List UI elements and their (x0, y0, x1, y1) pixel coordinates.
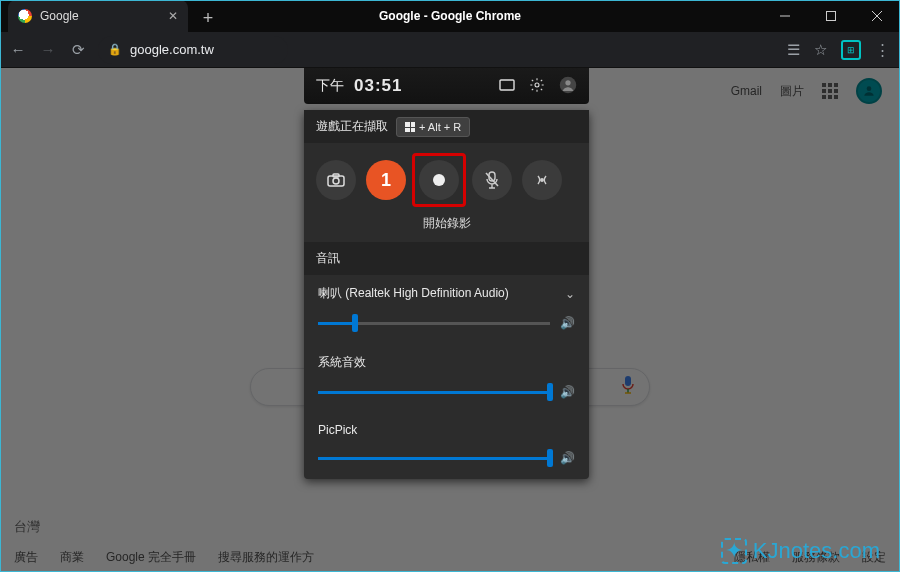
app-audio-row: PicPick (304, 413, 589, 441)
capture-panel: 遊戲正在擷取 + Alt + R 1 開始錄影 音訊 喇叭 (Realtek H… (304, 110, 589, 479)
chevron-down-icon[interactable]: ⌄ (565, 287, 575, 301)
svg-point-11 (565, 80, 570, 85)
speaker-volume-row: 🔊 (304, 306, 589, 344)
mic-toggle-button[interactable] (472, 160, 512, 200)
page-content-area: Gmail 圖片 台灣 廣告 商業 Google 完全手冊 搜尋服務的運作方 隱… (0, 68, 900, 572)
browser-tab-google[interactable]: Google ✕ (8, 0, 188, 32)
shortcut-tooltip: + Alt + R (396, 117, 470, 137)
extension-icon[interactable]: ⊞ (841, 40, 861, 60)
svg-point-9 (535, 83, 539, 87)
clock-time: 03:51 (354, 76, 402, 96)
system-sounds-row: 系統音效 (304, 344, 589, 375)
profile-icon[interactable] (559, 76, 577, 97)
clock-meridiem: 下午 (316, 77, 344, 95)
svg-point-13 (333, 178, 339, 184)
reader-mode-icon[interactable]: ☰ (787, 41, 800, 59)
xbox-gamebar-overlay: 下午 03:51 遊戲正在擷取 + Alt + R 1 (304, 68, 589, 479)
annotation-step-badge: 1 (366, 160, 406, 200)
windows-key-icon (405, 122, 415, 132)
start-recording-button[interactable] (419, 160, 459, 200)
back-button[interactable]: ← (8, 41, 28, 58)
system-sounds-volume-row: 🔊 (304, 375, 589, 413)
audio-device-row: 喇叭 (Realtek High Definition Audio) ⌄ (304, 275, 589, 306)
capture-buttons-row: + Alt + R 1 (304, 143, 589, 211)
start-record-caption: 開始錄影 (304, 211, 589, 242)
browser-toolbar: ← → ⟳ 🔒 google.com.tw ☰ ☆ ⊞ ⋮ (0, 32, 900, 68)
forward-button[interactable]: → (38, 41, 58, 58)
screenshot-button[interactable] (316, 160, 356, 200)
google-favicon (18, 9, 32, 23)
minimize-button[interactable] (762, 0, 808, 32)
watermark-text: KJnotes.com (753, 538, 880, 564)
window-titlebar: Google ✕ + Google - Google Chrome (0, 0, 900, 32)
window-title: Google - Google Chrome (379, 9, 521, 23)
audio-section-title: 音訊 (304, 242, 589, 275)
watermark-logo-icon: ✦ (721, 538, 747, 564)
gear-icon[interactable] (529, 77, 545, 96)
widgets-icon[interactable] (499, 78, 515, 95)
shortcut-text: + Alt + R (419, 121, 461, 133)
system-sounds-label: 系統音效 (318, 355, 366, 369)
tab-title: Google (40, 9, 160, 23)
speaker-volume-slider[interactable] (318, 322, 550, 325)
address-bar[interactable]: 🔒 google.com.tw (98, 36, 288, 64)
volume-icon[interactable]: 🔊 (560, 316, 575, 330)
url-text: google.com.tw (130, 42, 214, 57)
app-audio-slider[interactable] (318, 457, 550, 460)
window-controls (762, 0, 900, 32)
lock-icon: 🔒 (108, 43, 122, 56)
record-button-highlight (412, 153, 466, 207)
close-window-button[interactable] (854, 0, 900, 32)
broadcast-button[interactable] (522, 160, 562, 200)
bookmark-star-icon[interactable]: ☆ (814, 41, 827, 59)
svg-rect-8 (500, 80, 514, 90)
new-tab-button[interactable]: + (194, 4, 222, 32)
close-tab-icon[interactable]: ✕ (168, 9, 178, 23)
volume-icon[interactable]: 🔊 (560, 385, 575, 399)
app-audio-volume-row: 🔊 (304, 441, 589, 479)
browser-tabstrip: Google ✕ + (0, 0, 222, 32)
maximize-button[interactable] (808, 0, 854, 32)
browser-menu-icon[interactable]: ⋮ (875, 41, 890, 59)
record-dot-icon (433, 174, 445, 186)
speaker-device-label: 喇叭 (Realtek High Definition Audio) (318, 285, 509, 302)
svg-point-17 (540, 178, 544, 182)
system-sounds-slider[interactable] (318, 391, 550, 394)
reload-button[interactable]: ⟳ (68, 41, 88, 59)
svg-rect-1 (827, 12, 836, 21)
watermark: ✦ KJnotes.com (721, 538, 880, 564)
gamebar-top-bar: 下午 03:51 (304, 68, 589, 104)
app-audio-label: PicPick (318, 423, 357, 437)
volume-icon[interactable]: 🔊 (560, 451, 575, 465)
